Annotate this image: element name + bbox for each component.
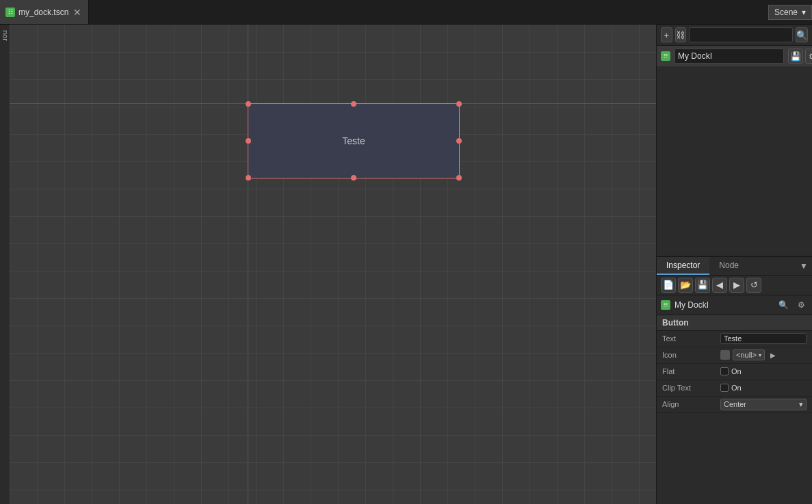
icon-prop-arrow-right[interactable]: ▶ [768, 349, 778, 360]
prop-flat-on-label: On [731, 367, 742, 375]
open-folder-icon: 📂 [680, 280, 691, 290]
prop-cliptext-checkbox[interactable] [720, 384, 729, 392]
inspector-save-button[interactable]: 💾 [695, 278, 710, 293]
tab-close-button[interactable]: ✕ [72, 8, 83, 17]
search-icon: 🔍 [778, 300, 789, 310]
scene-node-name-input[interactable] [675, 49, 784, 64]
handle-top-right[interactable] [456, 101, 462, 107]
tab-file-icon: ☷ [5, 8, 15, 17]
overflow-icon: ▼ [800, 261, 808, 271]
prop-text-label: Text [662, 334, 720, 343]
inspector-new-button[interactable]: 📄 [661, 278, 676, 293]
icon-null-dropdown[interactable]: <null> ▾ [733, 349, 765, 360]
scene-empty-area [657, 66, 812, 256]
align-dropdown-arrow-icon: ▾ [799, 400, 803, 409]
prop-cliptext-label: Clip Text [662, 384, 720, 392]
right-panel: + ⛓ 🔍 ☷ 💾 ⚙ [656, 25, 812, 504]
gear-icon: ⚙ [798, 300, 805, 310]
top-bar: ☷ my_dock.tscn ✕ Scene ▾ [0, 0, 812, 25]
prop-text-value-container: Teste [720, 333, 807, 344]
left-panel-label: nor [0, 25, 10, 504]
inspector-content: Button Text Teste Icon <null> ▾ [657, 315, 812, 505]
scene-settings-button[interactable]: ⚙ [805, 49, 812, 64]
canvas-area[interactable]: Teste [10, 25, 656, 504]
settings-icon: ⚙ [809, 51, 812, 62]
magnify-icon: 🔍 [796, 30, 807, 40]
link-icon: ⛓ [676, 30, 685, 40]
scene-search-input[interactable] [689, 27, 793, 42]
prop-align-value-container: Center ▾ [720, 399, 807, 410]
handle-top-left[interactable] [246, 101, 251, 107]
inspector-open-button[interactable]: 📂 [678, 278, 693, 293]
plus-icon: + [664, 30, 669, 40]
prop-align-label: Align [662, 400, 720, 408]
button-text: Teste [342, 135, 365, 146]
prop-cliptext-on-label: On [731, 384, 742, 392]
inspector-prev-button[interactable]: ◀ [712, 278, 727, 293]
property-row-align: Align Center ▾ [657, 397, 812, 413]
file-tab[interactable]: ☷ my_dock.tscn ✕ [0, 0, 89, 24]
prop-cliptext-value-container: On [720, 384, 807, 392]
next-arrow-icon: ▶ [733, 280, 740, 290]
dropdown-arrow-icon: ▾ [759, 352, 761, 358]
tabs-overflow-button[interactable]: ▼ [796, 258, 812, 274]
selected-button-element[interactable]: Teste [248, 103, 460, 178]
handle-mid-left[interactable] [246, 138, 251, 144]
add-node-button[interactable]: + [661, 27, 672, 42]
prop-icon-label: Icon [662, 351, 720, 359]
handle-top-center[interactable] [351, 101, 356, 107]
inspector-next-button[interactable]: ▶ [729, 278, 744, 293]
scene-toolbar: + ⛓ 🔍 [657, 25, 812, 46]
new-file-icon: 📄 [663, 280, 674, 290]
handle-bot-center[interactable] [351, 175, 356, 181]
prop-icon-value-container: <null> ▾ ▶ [720, 349, 807, 360]
inspector-history-button[interactable]: ↺ [746, 278, 761, 293]
prop-flat-checkbox[interactable] [720, 367, 729, 375]
save-file-icon: 💾 [697, 280, 708, 290]
inspector-node-row: ☷ My DockI 🔍 ⚙ [657, 295, 812, 315]
handle-bot-right[interactable] [456, 175, 462, 181]
link-node-button[interactable]: ⛓ [675, 27, 687, 42]
icon-thumbnail [720, 350, 730, 360]
inspector-search-button[interactable]: 🔍 [776, 298, 790, 312]
inspector-settings-button[interactable]: ⚙ [794, 298, 808, 312]
property-row-icon: Icon <null> ▾ ▶ [657, 347, 812, 364]
scene-panel: + ⛓ 🔍 ☷ 💾 ⚙ [657, 25, 812, 66]
section-button-header: Button [657, 315, 812, 331]
inspector-toolbar: 📄 📂 💾 ◀ ▶ ↺ [657, 276, 812, 295]
main-area: nor Teste + ⛓ [0, 25, 812, 504]
scene-dropdown-arrow: ▾ [802, 8, 806, 17]
vertical-guide [248, 25, 248, 504]
prop-flat-label: Flat [662, 367, 720, 375]
tab-inspector[interactable]: Inspector [657, 257, 709, 275]
scene-node-row[interactable]: ☷ 💾 ⚙ [657, 46, 812, 66]
inspector-tabs-bar: Inspector Node ▼ [657, 257, 812, 276]
scene-node-actions: 💾 ⚙ [788, 49, 812, 64]
inspector-node-icon: ☷ [661, 300, 670, 310]
tab-node[interactable]: Node [709, 257, 748, 275]
inspector-node-name: My DockI [675, 300, 772, 310]
property-row-flat: Flat On [657, 364, 812, 380]
property-row-cliptext: Clip Text On [657, 380, 812, 397]
scene-save-button[interactable]: 💾 [788, 49, 803, 64]
history-icon: ↺ [750, 280, 758, 290]
scene-search-button[interactable]: 🔍 [796, 27, 808, 42]
handle-mid-right[interactable] [456, 138, 462, 144]
property-row-text: Text Teste [657, 331, 812, 347]
prop-text-value[interactable]: Teste [720, 333, 807, 344]
scene-dropdown[interactable]: Scene ▾ [768, 5, 812, 20]
scene-node-icon: ☷ [661, 51, 670, 61]
tab-label: my_dock.tscn [18, 8, 68, 17]
scene-dropdown-label: Scene [774, 8, 798, 17]
handle-bot-left[interactable] [246, 175, 251, 181]
save-icon: 💾 [790, 51, 801, 62]
prev-arrow-icon: ◀ [716, 280, 723, 290]
prop-flat-value-container: On [720, 367, 807, 375]
prop-align-dropdown[interactable]: Center ▾ [720, 399, 807, 410]
